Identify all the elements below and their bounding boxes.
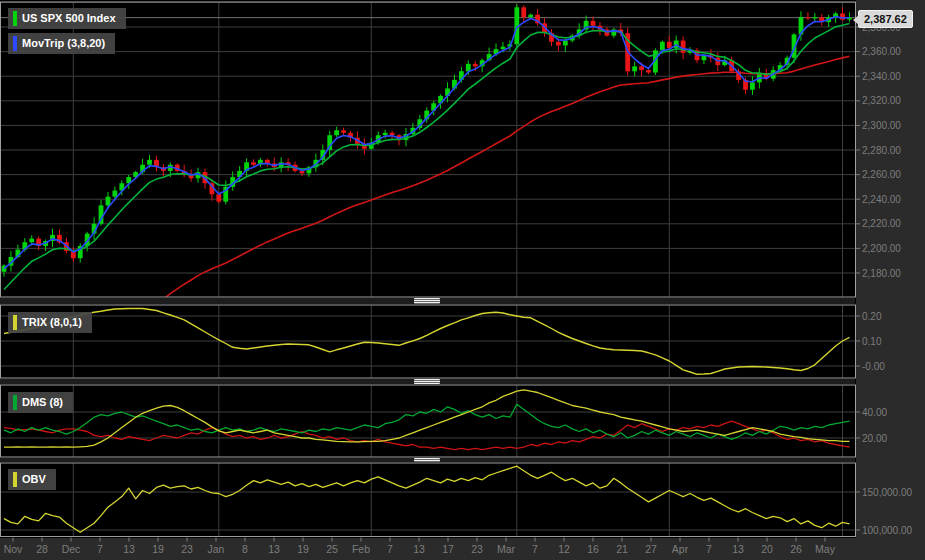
obv-color-bar-icon [13,472,17,487]
x-axis-label: 7 [97,543,103,555]
y-axis-label: 0.20 [862,311,882,322]
dms-legend-chip[interactable]: DMS (8) [8,392,73,413]
x-axis-label: 16 [587,543,599,555]
price-badge-arrow-icon [853,15,859,25]
splitter-trix-dms[interactable] [0,379,855,384]
splitter-grip-icon[interactable] [414,458,440,462]
dms-color-bar-icon [13,395,17,410]
candlestick-series [2,4,852,276]
x-axis-label: 25 [326,543,338,555]
x-axis-label: 13 [413,543,425,555]
last-price-value: 2,387.62 [864,13,907,25]
x-axis-label: 21 [616,543,628,555]
instrument-legend-chip[interactable]: US SPX 500 Index [8,8,126,29]
chart-area[interactable]: 2,380.002,360.002,340.002,320.002,300.00… [0,0,925,560]
x-axis-label: 28 [36,543,48,555]
x-axis-label: Feb [352,543,370,555]
y-axis-label: 20.00 [862,433,887,444]
movtrip-label: MovTrip (3,8,20) [22,37,105,49]
x-axis-label: Apr [672,543,689,555]
obv-legend-chip[interactable]: OBV [8,469,56,490]
y-axis-label: 0.10 [862,336,882,347]
x-axis-label: 23 [471,543,483,555]
trix-label: TRIX (8,0,1) [22,316,82,328]
dms-label: DMS (8) [22,396,63,408]
x-axis-label: 12 [558,543,570,555]
obv-series [4,466,850,532]
y-axis-label: 2,280.00 [862,145,901,156]
x-axis-label: 13 [732,543,744,555]
x-axis-labels: Nov28Dec7131923Jan8131925Feb7131723Mar71… [4,538,836,555]
y-axis-label: 2,180.00 [862,268,901,279]
x-axis-label: Dec [62,543,81,555]
trix-legend-chip[interactable]: TRIX (8,0,1) [8,312,92,333]
x-axis-label: Mar [497,543,516,555]
x-axis-label: 8 [242,543,248,555]
x-axis-label: 20 [761,543,773,555]
x-axis-label: 7 [532,543,538,555]
x-axis-label: 19 [152,543,164,555]
y-axis-label: 100,000.00 [862,525,912,536]
x-axis-label: 13 [268,543,280,555]
last-price-badge: 2,387.62 [858,10,913,28]
y-axis-label: 2,240.00 [862,194,901,205]
splitter-grip-icon[interactable] [414,379,440,384]
x-axis-label: 27 [645,543,657,555]
movtrip-color-bar-icon [13,36,17,51]
splitter-dms-obv[interactable] [0,458,855,462]
y-axis-labels: 2,380.002,360.002,340.002,320.002,300.00… [856,22,913,536]
panel-border [1,463,856,537]
panel-border [1,385,856,457]
x-axis-label: 26 [790,543,802,555]
splitter-price-trix[interactable] [0,298,855,304]
y-axis-label: 2,200.00 [862,243,901,254]
y-axis-label: -0.00 [862,361,885,372]
x-axis-label: 23 [181,543,193,555]
dms-series [4,390,850,450]
y-axis-label: 150,000.00 [862,487,912,498]
x-axis-label: May [815,543,836,555]
x-axis-label: 17 [442,543,454,555]
instrument-label: US SPX 500 Index [22,12,116,24]
obv-label: OBV [22,473,46,485]
splitter-grip-icon[interactable] [414,298,440,304]
y-axis-label: 40.00 [862,407,887,418]
y-axis-label: 2,260.00 [862,169,901,180]
x-axis-label: Nov [4,543,23,555]
x-axis-label: 7 [706,543,712,555]
instrument-color-bar-icon [13,11,17,26]
x-axis-label: 19 [297,543,309,555]
y-axis-label: 2,300.00 [862,120,901,131]
x-axis-label: 13 [123,543,135,555]
y-axis-label: 2,340.00 [862,71,901,82]
x-axis-label: Jan [208,543,225,555]
y-axis-label: 2,360.00 [862,46,901,57]
x-axis-label: 7 [387,543,393,555]
gridlines [1,2,855,537]
movtrip-legend-chip[interactable]: MovTrip (3,8,20) [8,33,115,54]
y-axis-label: 2,320.00 [862,95,901,106]
y-axis-label: 2,220.00 [862,218,901,229]
trix-color-bar-icon [13,315,17,330]
